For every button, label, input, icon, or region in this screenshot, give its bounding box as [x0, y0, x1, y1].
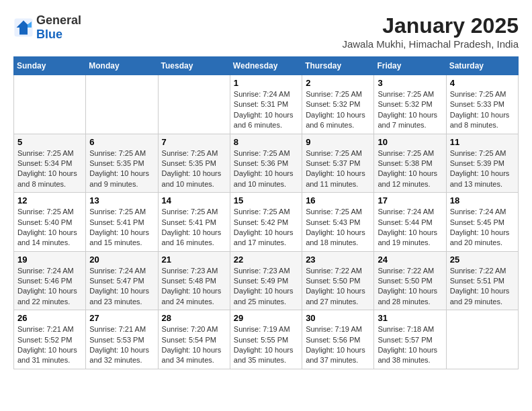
day-number: 13	[89, 195, 154, 205]
calendar-cell	[446, 310, 518, 369]
day-number: 19	[17, 255, 82, 265]
day-info: Sunrise: 7:23 AM Sunset: 5:49 PM Dayligh…	[234, 266, 298, 308]
month-title: January 2025	[342, 13, 519, 38]
day-number: 22	[234, 255, 298, 265]
day-number: 3	[378, 78, 442, 88]
calendar-cell: 5Sunrise: 7:25 AM Sunset: 5:34 PM Daylig…	[14, 134, 86, 193]
day-number: 7	[162, 137, 226, 147]
calendar-cell: 8Sunrise: 7:25 AM Sunset: 5:36 PM Daylig…	[230, 134, 302, 193]
calendar-cell: 31Sunrise: 7:18 AM Sunset: 5:57 PM Dayli…	[374, 310, 446, 369]
day-info: Sunrise: 7:25 AM Sunset: 5:42 PM Dayligh…	[234, 207, 298, 248]
day-info: Sunrise: 7:25 AM Sunset: 5:35 PM Dayligh…	[89, 148, 154, 190]
day-number: 14	[162, 195, 226, 205]
day-info: Sunrise: 7:25 AM Sunset: 5:32 PM Dayligh…	[306, 89, 370, 131]
day-number: 16	[306, 195, 370, 205]
calendar-week-row: 19Sunrise: 7:24 AM Sunset: 5:46 PM Dayli…	[14, 251, 519, 310]
calendar-cell: 20Sunrise: 7:24 AM Sunset: 5:47 PM Dayli…	[86, 251, 158, 310]
calendar-cell: 18Sunrise: 7:24 AM Sunset: 5:45 PM Dayli…	[446, 193, 518, 252]
calendar-cell: 10Sunrise: 7:25 AM Sunset: 5:38 PM Dayli…	[374, 134, 446, 193]
day-number: 30	[306, 313, 370, 323]
day-number: 9	[306, 137, 370, 147]
day-info: Sunrise: 7:25 AM Sunset: 5:41 PM Dayligh…	[89, 207, 154, 248]
day-info: Sunrise: 7:23 AM Sunset: 5:48 PM Dayligh…	[162, 266, 226, 308]
header-day-saturday: Saturday	[446, 57, 518, 75]
day-number: 6	[89, 137, 154, 147]
day-info: Sunrise: 7:22 AM Sunset: 5:51 PM Dayligh…	[450, 266, 515, 308]
day-info: Sunrise: 7:24 AM Sunset: 5:47 PM Dayligh…	[89, 266, 154, 308]
day-info: Sunrise: 7:25 AM Sunset: 5:37 PM Dayligh…	[306, 148, 370, 190]
calendar-week-row: 1Sunrise: 7:24 AM Sunset: 5:31 PM Daylig…	[14, 75, 519, 134]
day-number: 18	[450, 195, 515, 205]
day-info: Sunrise: 7:25 AM Sunset: 5:38 PM Dayligh…	[378, 148, 442, 190]
calendar-cell	[14, 75, 86, 134]
day-info: Sunrise: 7:24 AM Sunset: 5:44 PM Dayligh…	[378, 207, 442, 248]
calendar-cell: 29Sunrise: 7:19 AM Sunset: 5:55 PM Dayli…	[230, 310, 302, 369]
day-info: Sunrise: 7:25 AM Sunset: 5:40 PM Dayligh…	[17, 207, 82, 248]
calendar-cell: 26Sunrise: 7:21 AM Sunset: 5:52 PM Dayli…	[14, 310, 86, 369]
calendar-cell: 23Sunrise: 7:22 AM Sunset: 5:50 PM Dayli…	[302, 251, 374, 310]
calendar-cell: 30Sunrise: 7:19 AM Sunset: 5:56 PM Dayli…	[302, 310, 374, 369]
header-day-sunday: Sunday	[14, 57, 86, 75]
day-info: Sunrise: 7:24 AM Sunset: 5:46 PM Dayligh…	[17, 266, 82, 308]
header-day-monday: Monday	[86, 57, 158, 75]
calendar-cell: 4Sunrise: 7:25 AM Sunset: 5:33 PM Daylig…	[446, 75, 518, 134]
day-info: Sunrise: 7:24 AM Sunset: 5:45 PM Dayligh…	[450, 207, 515, 248]
day-info: Sunrise: 7:25 AM Sunset: 5:41 PM Dayligh…	[162, 207, 226, 248]
page-header: General Blue January 2025 Jawala Mukhi, …	[13, 13, 519, 50]
logo: General Blue	[13, 13, 81, 42]
day-info: Sunrise: 7:25 AM Sunset: 5:39 PM Dayligh…	[450, 148, 515, 190]
day-info: Sunrise: 7:21 AM Sunset: 5:52 PM Dayligh…	[17, 324, 82, 366]
calendar-cell: 27Sunrise: 7:21 AM Sunset: 5:53 PM Dayli…	[86, 310, 158, 369]
header-day-tuesday: Tuesday	[158, 57, 230, 75]
day-number: 1	[234, 78, 298, 88]
calendar-cell: 17Sunrise: 7:24 AM Sunset: 5:44 PM Dayli…	[374, 193, 446, 252]
calendar-cell: 6Sunrise: 7:25 AM Sunset: 5:35 PM Daylig…	[86, 134, 158, 193]
day-info: Sunrise: 7:20 AM Sunset: 5:54 PM Dayligh…	[162, 324, 226, 366]
logo-general-text: General	[36, 13, 81, 28]
calendar-cell	[158, 75, 230, 134]
day-number: 27	[89, 313, 154, 323]
day-number: 12	[17, 195, 82, 205]
day-number: 21	[162, 255, 226, 265]
day-number: 8	[234, 137, 298, 147]
calendar-header-row: SundayMondayTuesdayWednesdayThursdayFrid…	[14, 57, 519, 75]
day-number: 29	[234, 313, 298, 323]
location-text: Jawala Mukhi, Himachal Pradesh, India	[342, 38, 519, 50]
day-info: Sunrise: 7:19 AM Sunset: 5:55 PM Dayligh…	[234, 324, 298, 366]
calendar-cell: 21Sunrise: 7:23 AM Sunset: 5:48 PM Dayli…	[158, 251, 230, 310]
calendar-cell: 7Sunrise: 7:25 AM Sunset: 5:35 PM Daylig…	[158, 134, 230, 193]
calendar-cell: 22Sunrise: 7:23 AM Sunset: 5:49 PM Dayli…	[230, 251, 302, 310]
day-number: 24	[378, 255, 442, 265]
day-number: 15	[234, 195, 298, 205]
day-info: Sunrise: 7:22 AM Sunset: 5:50 PM Dayligh…	[378, 266, 442, 308]
calendar-cell: 28Sunrise: 7:20 AM Sunset: 5:54 PM Dayli…	[158, 310, 230, 369]
calendar-cell: 16Sunrise: 7:25 AM Sunset: 5:43 PM Dayli…	[302, 193, 374, 252]
logo-text: General Blue	[36, 13, 81, 42]
day-info: Sunrise: 7:25 AM Sunset: 5:34 PM Dayligh…	[17, 148, 82, 190]
calendar-cell	[86, 75, 158, 134]
calendar-week-row: 5Sunrise: 7:25 AM Sunset: 5:34 PM Daylig…	[14, 134, 519, 193]
title-block: January 2025 Jawala Mukhi, Himachal Prad…	[342, 13, 519, 50]
calendar-cell: 14Sunrise: 7:25 AM Sunset: 5:41 PM Dayli…	[158, 193, 230, 252]
day-info: Sunrise: 7:19 AM Sunset: 5:56 PM Dayligh…	[306, 324, 370, 366]
calendar-cell: 3Sunrise: 7:25 AM Sunset: 5:32 PM Daylig…	[374, 75, 446, 134]
calendar-cell: 12Sunrise: 7:25 AM Sunset: 5:40 PM Dayli…	[14, 193, 86, 252]
day-number: 11	[450, 137, 515, 147]
day-info: Sunrise: 7:21 AM Sunset: 5:53 PM Dayligh…	[89, 324, 154, 366]
day-number: 20	[89, 255, 154, 265]
logo-blue-text: Blue	[36, 28, 81, 42]
calendar-cell: 11Sunrise: 7:25 AM Sunset: 5:39 PM Dayli…	[446, 134, 518, 193]
day-number: 5	[17, 137, 82, 147]
day-info: Sunrise: 7:25 AM Sunset: 5:36 PM Dayligh…	[234, 148, 298, 190]
day-number: 25	[450, 255, 515, 265]
calendar-cell: 2Sunrise: 7:25 AM Sunset: 5:32 PM Daylig…	[302, 75, 374, 134]
calendar-cell: 24Sunrise: 7:22 AM Sunset: 5:50 PM Dayli…	[374, 251, 446, 310]
calendar-cell: 9Sunrise: 7:25 AM Sunset: 5:37 PM Daylig…	[302, 134, 374, 193]
day-info: Sunrise: 7:25 AM Sunset: 5:32 PM Dayligh…	[378, 89, 442, 131]
calendar-cell: 25Sunrise: 7:22 AM Sunset: 5:51 PM Dayli…	[446, 251, 518, 310]
day-info: Sunrise: 7:25 AM Sunset: 5:35 PM Dayligh…	[162, 148, 226, 190]
calendar-week-row: 12Sunrise: 7:25 AM Sunset: 5:40 PM Dayli…	[14, 193, 519, 252]
calendar-cell: 13Sunrise: 7:25 AM Sunset: 5:41 PM Dayli…	[86, 193, 158, 252]
day-number: 26	[17, 313, 82, 323]
calendar-week-row: 26Sunrise: 7:21 AM Sunset: 5:52 PM Dayli…	[14, 310, 519, 369]
